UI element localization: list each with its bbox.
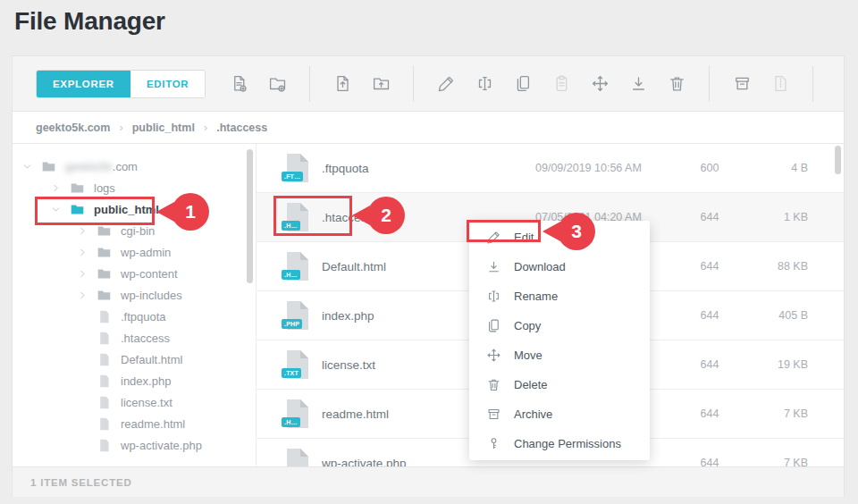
toolbar-divider (309, 66, 310, 102)
breadcrumb: geekto5k.com›public_html›.htaccess (13, 112, 844, 144)
chevron-right-icon (77, 290, 88, 301)
toolbar-divider (709, 66, 710, 102)
breadcrumb-item-geekto5k-com[interactable]: geekto5k.com (36, 122, 110, 134)
extract-button[interactable] (769, 72, 792, 96)
breadcrumb-separator: › (119, 121, 122, 134)
menu-item-label: Archive (514, 407, 552, 421)
folder-icon (97, 266, 112, 281)
download-icon (486, 259, 501, 274)
tree-scrollbar[interactable] (247, 149, 253, 283)
tree-item-label: readme.html (121, 417, 185, 431)
tree-item-label: index.php (121, 374, 171, 388)
file-name: Default.html (322, 260, 386, 273)
menu-item-edit[interactable]: Edit (469, 223, 650, 252)
tree-item-label: wp-activate.php (121, 439, 202, 452)
tree-item-default-html[interactable]: Default.html (13, 349, 256, 370)
tree-item-cgi-bin[interactable]: cgi-bin (13, 220, 256, 241)
toolbar: EXPLOREREDITOR (13, 56, 844, 112)
rename-button[interactable] (473, 72, 496, 96)
folder-icon (70, 202, 85, 217)
file-name: .ftpquota (322, 162, 369, 175)
copy-icon (514, 74, 533, 93)
tree-item-license-txt[interactable]: license.txt (13, 391, 256, 413)
tree-item-ftpquota[interactable]: .ftpquota (13, 306, 256, 327)
tree-item-geekto5k-com[interactable]: geekto5k.com (13, 155, 256, 177)
file-row-ftpquota[interactable]: .FT….ftpquota09/09/2019 10:56 AM6004 B (257, 144, 844, 193)
key-icon (486, 436, 501, 451)
menu-item-archive[interactable]: Archive (469, 399, 650, 429)
tree-item-index-php[interactable]: index.php (13, 370, 256, 391)
menu-item-rename[interactable]: Rename (469, 281, 650, 311)
menu-item-label: Change Permissions (514, 437, 621, 450)
trash-icon (486, 377, 501, 392)
pencil-icon (437, 74, 456, 93)
chevron-down-icon (21, 161, 33, 172)
file-ext-badge: .H… (282, 417, 300, 427)
chevron-down-icon (50, 204, 62, 215)
tree-item-wp-includes[interactable]: wp-includes (13, 284, 256, 306)
tree-item-wp-admin[interactable]: wp-admin (13, 241, 256, 263)
file-icon (97, 352, 112, 367)
copy-icon (486, 318, 501, 333)
menu-item-move[interactable]: Move (469, 340, 650, 370)
archive-icon (733, 74, 752, 93)
file-type-icon: .TXT (285, 349, 310, 380)
file-icon (97, 395, 112, 410)
new-file-button[interactable] (227, 72, 250, 96)
file-size: 4 B (791, 162, 808, 174)
menu-item-copy[interactable]: Copy (469, 311, 650, 340)
upload-file-button[interactable] (331, 72, 354, 96)
tree-item-label: wp-admin (121, 246, 171, 259)
delete-button[interactable] (665, 72, 688, 96)
file-name: license.txt (322, 358, 375, 372)
tab-editor[interactable]: EDITOR (130, 71, 205, 97)
file-ext-badge: .H… (282, 270, 300, 280)
file-ext-badge: .FT… (282, 172, 303, 181)
file-ext-badge: .H… (282, 221, 300, 231)
breadcrumb-item-htaccess[interactable]: .htaccess (216, 122, 267, 134)
menu-item-change-permissions[interactable]: Change Permissions (469, 429, 650, 458)
view-tabs: EXPLOREREDITOR (36, 70, 206, 98)
toolbar-buttons (227, 66, 819, 102)
tree-item-wp-content[interactable]: wp-content (13, 263, 256, 284)
menu-item-label: Edit (514, 231, 534, 244)
copy-button[interactable] (511, 72, 534, 96)
tree-item-public-html[interactable]: public_html (13, 198, 256, 220)
edit-button[interactable] (434, 72, 458, 96)
list-scrollbar[interactable] (835, 146, 841, 174)
folder-icon (97, 223, 112, 239)
file-perms: 600 (685, 162, 735, 174)
upload-folder-button[interactable] (369, 72, 392, 96)
move-button[interactable] (588, 72, 611, 96)
zip-icon (771, 74, 790, 93)
file-name: wp-activate.php (322, 457, 407, 467)
new-folder-button[interactable] (265, 72, 289, 96)
menu-item-label: Delete (514, 378, 548, 391)
tree-item-label: public_html (94, 203, 159, 216)
tree-item-logs[interactable]: logs (13, 177, 256, 198)
tree-item-label: geekto5k.com (65, 160, 138, 173)
paste-button[interactable] (550, 72, 573, 96)
file-type-icon (285, 448, 310, 466)
trash-icon (668, 74, 686, 93)
folder-icon (41, 159, 56, 174)
file-name: readme.html (322, 407, 389, 421)
download-button[interactable] (627, 72, 650, 96)
breadcrumb-item-public-html[interactable]: public_html (132, 122, 195, 134)
menu-item-download[interactable]: Download (469, 252, 650, 281)
chevron-right-icon (50, 182, 62, 194)
file-size: 1 KB (784, 211, 808, 223)
tree-item-wp-activate-php[interactable]: wp-activate.php (13, 434, 256, 456)
file-date: 09/09/2019 10:56 AM (535, 162, 642, 174)
tab-explorer[interactable]: EXPLORER (37, 71, 130, 97)
tree-item-readme-html[interactable]: readme.html (13, 413, 256, 434)
download-icon (629, 74, 648, 93)
toolbar-divider (812, 66, 813, 102)
chevron-right-icon (77, 247, 88, 258)
tree-item-htaccess[interactable]: .htaccess (13, 327, 256, 349)
file-type-icon: .H… (285, 251, 310, 281)
file-icon (97, 416, 112, 432)
menu-item-delete[interactable]: Delete (469, 370, 650, 399)
file-name: .htaccess (322, 211, 373, 224)
archive-button[interactable] (730, 72, 753, 96)
